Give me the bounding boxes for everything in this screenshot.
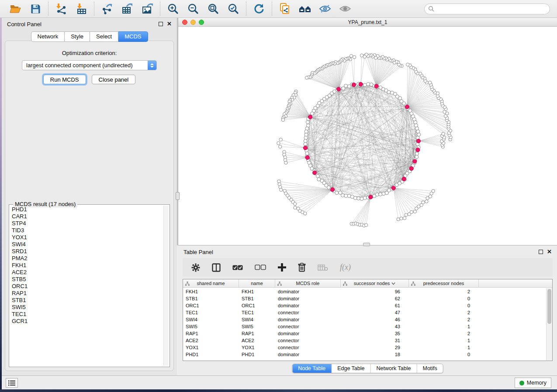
show-all-button[interactable] [339,2,352,15]
table-cell[interactable]: 1 [409,345,479,350]
table-cell[interactable]: 2 [409,289,479,294]
close-panel-button[interactable]: Close panel [92,75,136,84]
memory-button[interactable]: Memory [515,378,551,388]
graph-leaf-node[interactable] [280,188,283,191]
table-cell[interactable]: 0 [409,296,479,301]
graph-leaf-node[interactable] [406,63,409,66]
mcds-hub-node[interactable] [409,166,413,170]
mcds-hub-node[interactable] [416,139,420,143]
graph-leaf-node[interactable] [281,118,284,121]
table-cell[interactable]: dominator [275,289,341,294]
mcds-hub-node[interactable] [369,195,373,199]
mcds-hub-node[interactable] [308,115,312,119]
search-field[interactable] [424,3,550,14]
table-cell[interactable]: ORC1 [183,303,239,308]
mcds-list-item[interactable]: ORC1 [10,283,163,290]
table-cell[interactable]: 18 [341,352,409,357]
table-row[interactable]: SWI5SWI5connector431 [183,323,546,330]
table-row[interactable]: ACE2ACE2connector311 [183,337,546,344]
graph-leaf-node[interactable] [277,141,280,144]
graph-leaf-node[interactable] [353,55,356,58]
table-settings-button[interactable] [191,263,200,272]
mcds-hub-node[interactable] [352,83,356,87]
graph-node[interactable] [370,83,373,86]
graph-node[interactable] [379,193,382,196]
table-cell[interactable]: ORC1 [239,303,275,308]
tab-edge-table[interactable]: Edge Table [332,364,370,373]
save-session-button[interactable] [29,2,42,15]
graph-node[interactable] [375,193,379,196]
mcds-hub-node[interactable] [416,148,420,152]
table-cell[interactable]: RAP1 [239,331,275,336]
mcds-hub-node[interactable] [303,146,307,150]
table-scrollbar-thumb[interactable] [547,289,551,324]
mcds-hub-node[interactable] [374,84,378,88]
graph-node[interactable] [341,193,344,197]
graph-node[interactable] [305,152,309,155]
graph-leaf-node[interactable] [364,224,367,227]
export-image-button[interactable] [141,2,154,15]
mcds-hub-node[interactable] [391,186,395,190]
mcds-list-scrollbar[interactable] [163,206,169,366]
tab-select[interactable]: Select [90,31,118,42]
graph-leaf-node[interactable] [413,210,416,213]
table-cell[interactable]: YOX1 [183,345,239,350]
graph-node[interactable] [353,196,357,200]
table-row[interactable]: PHD1PHD1dominator180 [183,351,546,358]
mcds-list-item[interactable]: YOX1 [10,234,163,241]
mcds-list-item[interactable]: TID3 [10,227,163,234]
horizontal-split-grip[interactable] [363,243,370,246]
graph-node[interactable] [367,83,370,86]
graph-leaf-node[interactable] [405,213,408,216]
graph-leaf-node[interactable] [428,81,431,84]
column-header-name[interactable]: name [239,279,275,287]
table-cell[interactable]: ACE2 [183,338,239,343]
table-cell[interactable]: TEC1 [183,310,239,315]
table-cell[interactable]: connector [275,338,341,343]
graph-leaf-node[interactable] [305,76,308,79]
hide-selected-button[interactable] [318,2,332,15]
table-row[interactable]: FKH1FKH1dominator962 [183,288,546,295]
graph-node[interactable] [415,155,419,158]
zoom-selected-button[interactable] [227,2,240,15]
window-close-icon[interactable] [182,20,187,25]
open-file-button[interactable] [9,2,22,15]
table-row[interactable]: STB1STB1dominator620 [183,295,546,302]
mcds-list-item[interactable]: CAR1 [10,213,163,220]
table-cell[interactable]: STB1 [239,296,275,301]
table-cell[interactable]: FKH1 [183,289,239,294]
mcds-list-item[interactable]: TEC1 [10,311,163,318]
export-table-button[interactable] [121,2,134,15]
mcds-list-item[interactable]: STP4 [10,220,163,227]
table-cell[interactable]: 35 [341,331,409,336]
deselect-all-columns-button[interactable] [255,265,266,270]
tab-mcds[interactable]: MCDS [118,31,148,42]
table-cell[interactable]: 62 [341,296,409,301]
graph-node[interactable] [306,120,309,124]
table-scrollbar[interactable] [546,288,552,361]
table-row[interactable]: RAP1RAP1dominator352 [183,330,546,337]
table-cell[interactable]: SWI4 [239,317,275,322]
table-cell[interactable]: 1 [409,324,479,329]
graph-node[interactable] [344,194,348,198]
vertical-split-divider[interactable] [177,18,178,245]
graph-leaf-node[interactable] [294,206,297,209]
zoom-in-button[interactable] [166,2,180,15]
column-header-successor-nodes[interactable]: successor nodes [341,279,409,287]
table-cell[interactable]: 2 [409,331,479,336]
network-window-titlebar[interactable]: YPA_prune.txt_1 [178,18,557,27]
table-cell[interactable]: connector [275,310,341,315]
table-cell[interactable]: 47 [341,310,409,315]
mcds-list-item[interactable]: STB1 [10,297,163,304]
table-row[interactable]: TEC1TEC1connector472 [183,309,546,316]
mcds-hub-node[interactable] [405,105,409,109]
column-header-mcds-role[interactable]: MCDS role [275,279,341,287]
mcds-list-item[interactable]: ACE2 [10,269,163,276]
table-cell[interactable]: PHD1 [183,352,239,357]
graph-node[interactable] [379,86,382,89]
table-cell[interactable]: 2 [409,317,479,322]
graph-node[interactable] [382,192,385,196]
table-cell[interactable]: YOX1 [239,345,275,350]
mcds-list-item[interactable]: GCR1 [10,318,163,325]
tab-network[interactable]: Network [31,31,65,42]
